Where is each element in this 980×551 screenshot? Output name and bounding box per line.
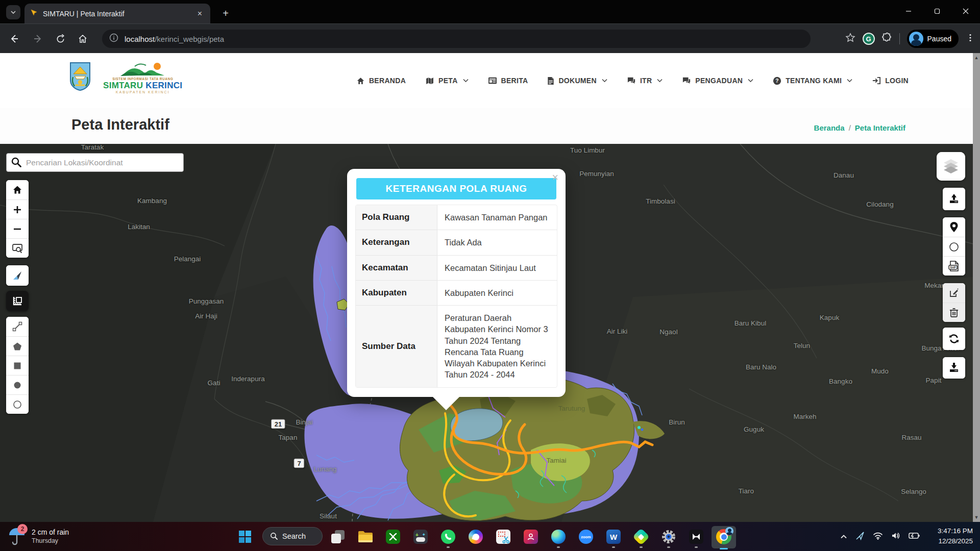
task-view-icon[interactable] xyxy=(330,529,346,545)
window-close-icon[interactable] xyxy=(951,0,980,22)
zoom-icon[interactable]: zoom xyxy=(578,529,594,545)
box-zoom-icon[interactable] xyxy=(6,238,29,258)
nav-peta[interactable]: PETA xyxy=(425,77,469,85)
profile-button[interactable]: Paused xyxy=(907,30,959,48)
site-info-icon[interactable] xyxy=(109,33,118,44)
file-explorer-icon[interactable] xyxy=(357,529,374,545)
scroll-down-icon[interactable]: ▼ xyxy=(973,514,980,521)
taskbar-search[interactable]: Search xyxy=(262,527,323,545)
upload-icon[interactable] xyxy=(943,188,965,210)
snipping-tool-icon[interactable] xyxy=(495,529,511,545)
tray-chevron-icon[interactable] xyxy=(840,532,847,541)
running-indicator xyxy=(695,546,698,548)
measure-tool-icon[interactable] xyxy=(6,291,29,311)
brand-name-green: SIMTARU xyxy=(103,81,143,90)
map-label: Mudo xyxy=(871,367,889,375)
circle-select-icon[interactable] xyxy=(943,237,965,256)
draw-point-icon[interactable] xyxy=(6,394,29,414)
home-icon[interactable] xyxy=(74,30,92,48)
upload-tool xyxy=(943,188,965,210)
map-icon xyxy=(425,77,434,85)
volume-icon[interactable] xyxy=(891,532,900,542)
map-label: Mekar xyxy=(924,282,944,289)
nav-login[interactable]: LOGIN xyxy=(872,77,909,85)
tray-clock[interactable]: 3:47:16 PM 12/28/2025 xyxy=(938,526,973,546)
page-scrollbar[interactable]: ▲ ▼ xyxy=(973,53,980,522)
zoom-out-icon[interactable] xyxy=(6,219,29,238)
bookmark-star-icon[interactable] xyxy=(845,33,855,45)
tab-search-chevron-icon[interactable] xyxy=(6,5,20,19)
running-indicator xyxy=(612,546,615,548)
xbox-icon[interactable] xyxy=(385,529,401,545)
popup-close-icon[interactable]: × xyxy=(550,170,560,185)
wifi-icon[interactable] xyxy=(873,532,883,542)
map-label: Bangko xyxy=(829,378,852,385)
breadcrumb-home-link[interactable]: Beranda xyxy=(814,123,845,132)
scroll-up-icon[interactable]: ▲ xyxy=(973,54,980,61)
window-maximize-icon[interactable] xyxy=(923,0,951,22)
start-button[interactable] xyxy=(237,529,253,545)
feature-info-popup: × KETERANGAN POLA RUANG Pola Ruang Kawas… xyxy=(347,169,566,397)
marker-pin-icon[interactable] xyxy=(943,217,965,237)
new-tab-button[interactable]: + xyxy=(218,6,233,20)
back-icon[interactable] xyxy=(5,30,23,48)
forward-icon[interactable] xyxy=(29,30,47,48)
window-minimize-icon[interactable] xyxy=(894,0,923,22)
browser-tab[interactable]: SIMTARU | Peta Interaktif × xyxy=(24,4,210,23)
map-label: Ngaol xyxy=(659,328,677,336)
location-in-use-icon[interactable] xyxy=(855,531,865,542)
browser-menu-kebab-icon[interactable] xyxy=(966,33,975,44)
search-input[interactable] xyxy=(6,153,184,172)
download-icon[interactable] xyxy=(943,357,965,379)
download-tool xyxy=(943,357,965,379)
simtaru-logo: SISTEM INFORMASI TATA RUANG SIMTARU KERI… xyxy=(103,60,182,94)
zoom-in-icon[interactable] xyxy=(6,199,29,219)
svg-text:SHP: SHP xyxy=(950,266,956,269)
refresh-icon[interactable] xyxy=(943,328,965,350)
people-app-icon[interactable] xyxy=(523,529,539,545)
locate-arrow-icon[interactable] xyxy=(6,265,29,286)
nav-itr[interactable]: ITR xyxy=(627,77,663,85)
grammarly-extension-icon[interactable]: G xyxy=(863,33,875,45)
delete-trash-icon[interactable] xyxy=(943,303,965,322)
word-icon[interactable]: W xyxy=(605,529,622,545)
extensions-puzzle-icon[interactable] xyxy=(882,33,892,45)
edit-icon[interactable] xyxy=(943,283,965,303)
draw-rectangle-icon[interactable] xyxy=(6,356,29,375)
map-label: Tapan xyxy=(279,434,298,441)
filmora-icon[interactable] xyxy=(633,529,649,545)
weather-widget[interactable]: 2 2 cm of rain Thursday xyxy=(7,526,69,546)
edge-icon[interactable] xyxy=(550,529,567,545)
nav-pengaduan[interactable]: PENGADUAN xyxy=(682,77,753,85)
draw-circle-icon[interactable] xyxy=(6,375,29,394)
weather-subline: Thursday xyxy=(32,537,69,544)
chevron-down-icon xyxy=(847,79,852,83)
zoom-tool-group xyxy=(6,180,29,258)
home-extent-icon[interactable] xyxy=(6,180,29,199)
address-bar[interactable]: localhost/kerinci_webgis/peta xyxy=(102,30,811,48)
whatsapp-icon[interactable] xyxy=(440,529,456,545)
map-label: Tuo Limbur xyxy=(570,146,605,154)
battery-icon[interactable] xyxy=(909,532,920,541)
reload-icon[interactable] xyxy=(51,30,69,48)
nav-berita[interactable]: BERITA xyxy=(488,77,528,85)
url-host: localhost xyxy=(125,35,155,43)
nav-dokumen[interactable]: DOKUMEN xyxy=(547,77,607,85)
settings-gear-icon[interactable] xyxy=(660,529,677,545)
breadcrumb-current: Peta Interaktif xyxy=(855,123,905,132)
chrome-icon[interactable] xyxy=(716,529,732,545)
nav-tentang-kami[interactable]: ? TENTANG KAMI xyxy=(773,77,852,85)
shapefile-icon[interactable]: SHP xyxy=(943,256,965,276)
copilot-icon[interactable] xyxy=(468,529,484,545)
nav-beranda[interactable]: BERANDA xyxy=(356,77,406,85)
map-label: Lunang xyxy=(313,465,336,473)
capcut-icon[interactable] xyxy=(688,529,704,545)
map-label: Danau xyxy=(834,171,854,179)
game-bar-icon[interactable]: +✦ xyxy=(412,529,429,545)
tab-close-icon[interactable]: × xyxy=(194,9,205,18)
draw-polygon-icon[interactable] xyxy=(6,336,29,356)
running-indicator xyxy=(667,546,670,548)
layers-icon[interactable] xyxy=(937,152,965,181)
chevron-down-icon xyxy=(657,79,663,83)
draw-line-icon[interactable] xyxy=(6,317,29,336)
